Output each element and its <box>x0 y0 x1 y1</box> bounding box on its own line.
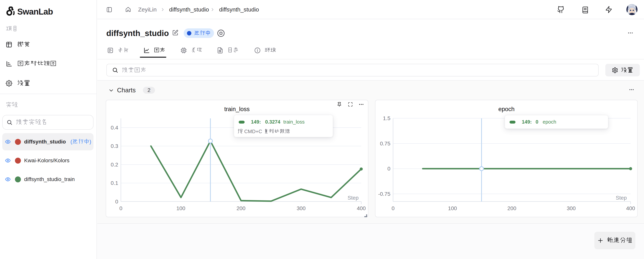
svg-text:Step: Step <box>616 195 627 201</box>
svg-text:200: 200 <box>508 205 516 211</box>
svg-text:0.1: 0.1 <box>111 180 118 186</box>
svg-text:0: 0 <box>115 199 118 204</box>
svg-text:0: 0 <box>392 205 394 211</box>
svg-text:0: 0 <box>119 205 122 211</box>
svg-text:0.2: 0.2 <box>111 162 118 168</box>
svg-text:1.5: 1.5 <box>383 115 390 121</box>
svg-text:200: 200 <box>236 205 246 211</box>
svg-text:-0.75: -0.75 <box>378 191 390 197</box>
svg-text:300: 300 <box>567 205 576 211</box>
svg-text:100: 100 <box>448 205 457 211</box>
svg-text:0.3: 0.3 <box>111 143 118 149</box>
svg-text:0: 0 <box>387 166 390 172</box>
svg-text:100: 100 <box>176 205 186 211</box>
svg-text:400: 400 <box>357 205 366 211</box>
svg-text:300: 300 <box>297 205 306 211</box>
svg-text:Step: Step <box>348 195 358 201</box>
svg-text:0.4: 0.4 <box>111 125 118 131</box>
svg-text:0.75: 0.75 <box>380 140 390 146</box>
svg-text:400: 400 <box>626 205 635 211</box>
